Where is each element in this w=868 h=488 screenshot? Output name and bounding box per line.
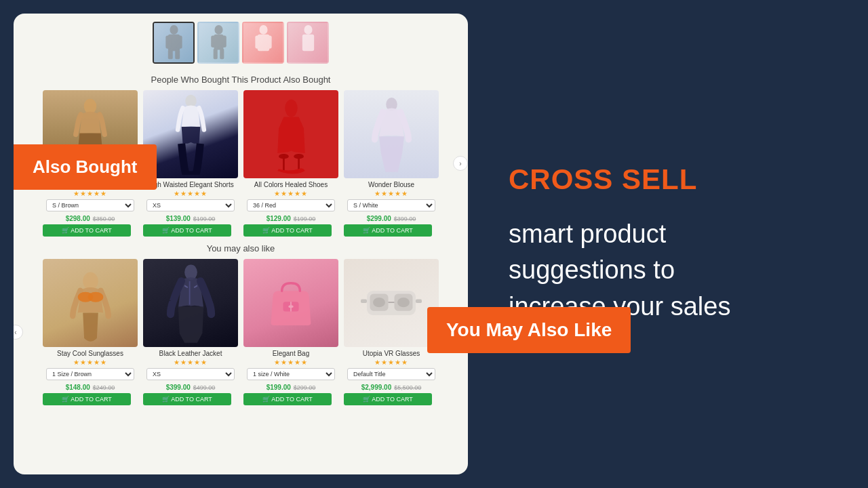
sunglasses-price-row: $148.00 $249.00 — [43, 384, 138, 391]
blouse-add-to-cart[interactable]: 🛒 ADD TO CART — [344, 224, 432, 237]
product-image-blouse — [344, 90, 439, 178]
product-card-shoes: All Colors Healed Shoes ★★★★★ 36 / Red 3… — [243, 90, 338, 237]
sunglasses-stars: ★★★★★ — [43, 359, 138, 366]
jacket-price: $399.00 — [166, 384, 191, 391]
bag-add-to-cart[interactable]: 🛒 ADD TO CART — [243, 393, 332, 405]
svg-point-16 — [304, 25, 312, 35]
product-image-shoes — [243, 90, 338, 178]
pants-original-price: $350.00 — [93, 216, 115, 222]
product-image-bag — [243, 259, 338, 347]
blouse-variant[interactable]: S / White M / White L / White — [347, 199, 435, 211]
shorts-original-price: $199.00 — [193, 216, 216, 222]
svg-rect-15 — [266, 36, 271, 49]
vr-price: $2,999.00 — [361, 384, 392, 391]
bag-name: Elegant Bag — [243, 350, 338, 357]
jacket-stars: ★★★★★ — [143, 359, 238, 366]
product-card-sunglasses: Stay Cool Sunglasses ★★★★★ 1 Size / Brow… — [43, 259, 138, 405]
shorts-variant[interactable]: XS S M — [146, 199, 235, 211]
svg-point-12 — [259, 25, 267, 35]
product-card-shorts: High Waisted Elegant Shorts ★★★★★ XS S M… — [143, 90, 238, 237]
svg-rect-39 — [416, 300, 422, 303]
shoes-variant[interactable]: 36 / Red 37 / Red 38 / Red — [247, 199, 335, 211]
svg-rect-38 — [361, 300, 367, 303]
blouse-original-price: $399.00 — [394, 216, 416, 222]
section2-carousel-prev[interactable]: ‹ — [14, 325, 23, 340]
shoes-price: $129.00 — [267, 215, 291, 222]
pants-price-row: $298.00 $350.00 — [43, 215, 138, 222]
svg-point-28 — [87, 291, 103, 302]
svg-rect-3 — [176, 36, 182, 49]
bag-variant[interactable]: 1 size / White 1 size / Pink — [247, 368, 335, 380]
product-card-blouse: Wonder Blouse ★★★★★ S / White M / White … — [344, 90, 439, 237]
product-panel: Also Bought — [14, 14, 468, 474]
jacket-price-row: $399.00 $499.00 — [143, 384, 238, 391]
product-image-sunglasses — [43, 259, 138, 347]
bag-price-row: $199.00 $299.00 — [243, 384, 338, 391]
svg-point-6 — [214, 25, 222, 35]
pants-price: $298.00 — [66, 215, 90, 222]
vr-price-row: $2,999.00 $5,500.00 — [344, 384, 439, 391]
svg-point-20 — [285, 100, 297, 117]
jacket-variant[interactable]: XS S M — [146, 368, 235, 380]
jacket-add-to-cart[interactable]: 🛒 ADD TO CART — [143, 393, 231, 405]
bag-stars: ★★★★★ — [243, 359, 338, 366]
shoes-add-to-cart[interactable]: 🛒 ADD TO CART — [243, 224, 332, 237]
svg-rect-8 — [211, 36, 216, 47]
vr-add-to-cart[interactable]: 🛒 ADD TO CART — [344, 393, 432, 405]
sunglasses-original-price: $249.00 — [93, 384, 115, 391]
shoes-stars: ★★★★★ — [243, 190, 338, 197]
pants-variant[interactable]: S / Brown M / Brown L / Brown — [46, 199, 134, 211]
pants-stars: ★★★★★ — [43, 190, 138, 197]
svg-rect-9 — [221, 36, 226, 47]
svg-point-41 — [397, 298, 410, 307]
shorts-add-to-cart[interactable]: 🛒 ADD TO CART — [143, 224, 231, 237]
product-image-jacket — [143, 259, 238, 347]
pants-add-to-cart[interactable]: 🛒 ADD TO CART — [43, 224, 131, 237]
shorts-stars: ★★★★★ — [143, 190, 238, 197]
marketing-line2: suggestions to — [509, 256, 675, 284]
thumbnail-2[interactable] — [197, 22, 239, 64]
blouse-price-row: $299.00 $399.00 — [344, 215, 439, 222]
you-may-also-like-badge: You May Also Like — [427, 307, 631, 353]
shorts-name: High Waisted Elegant Shorts — [143, 181, 238, 188]
sunglasses-price: $148.00 — [66, 384, 90, 391]
sunglasses-add-to-cart[interactable]: 🛒 ADD TO CART — [43, 393, 131, 405]
section2-title: You may also like — [14, 243, 468, 253]
shoes-name: All Colors Healed Shoes — [243, 181, 338, 188]
thumbnail-1[interactable] — [153, 22, 195, 64]
sunglasses-variant[interactable]: 1 Size / Brown — [46, 368, 134, 380]
svg-point-26 — [83, 272, 98, 289]
jacket-original-price: $499.00 — [193, 384, 216, 391]
product-card-jacket: Black Leather Jacket ★★★★★ XS S M $399.0… — [143, 259, 238, 405]
svg-rect-10 — [213, 49, 217, 60]
shoes-price-row: $129.00 $199.00 — [243, 215, 338, 222]
section1-title: People Who Bought This Product Also Boug… — [14, 75, 468, 85]
svg-rect-14 — [255, 36, 260, 49]
also-bought-badge: Also Bought — [14, 144, 157, 190]
cross-sell-title: CROSS SELL — [509, 163, 834, 196]
product-image-vr — [344, 259, 439, 347]
blouse-price: $299.00 — [367, 215, 391, 222]
bag-price: $199.00 — [267, 384, 291, 391]
svg-point-18 — [84, 99, 96, 114]
you-may-also-like-section: You may also like ‹ — [14, 243, 468, 405]
thumbnail-strip — [14, 14, 468, 69]
product-card-vr: Utopia VR Glasses ★★★★★ Default Title $2… — [344, 259, 439, 405]
vr-variant[interactable]: Default Title — [347, 368, 435, 380]
svg-rect-11 — [220, 49, 224, 60]
section1-carousel-next[interactable]: › — [453, 156, 468, 171]
product-card-bag: Elegant Bag ★★★★★ 1 size / White 1 size … — [243, 259, 338, 405]
svg-point-40 — [373, 298, 385, 307]
thumbnail-3[interactable] — [242, 22, 284, 64]
sunglasses-name: Stay Cool Sunglasses — [43, 350, 138, 357]
svg-point-0 — [170, 25, 178, 35]
you-may-also-like-grid: ‹ — [14, 259, 468, 405]
bag-original-price: $299.00 — [294, 384, 316, 391]
jacket-name: Black Leather Jacket — [143, 350, 238, 357]
shoes-original-price: $199.00 — [294, 216, 316, 222]
vr-name: Utopia VR Glasses — [344, 350, 439, 357]
blouse-stars: ★★★★★ — [344, 190, 439, 197]
svg-rect-4 — [167, 49, 172, 59]
svg-rect-5 — [175, 49, 180, 59]
thumbnail-4[interactable] — [287, 22, 329, 64]
